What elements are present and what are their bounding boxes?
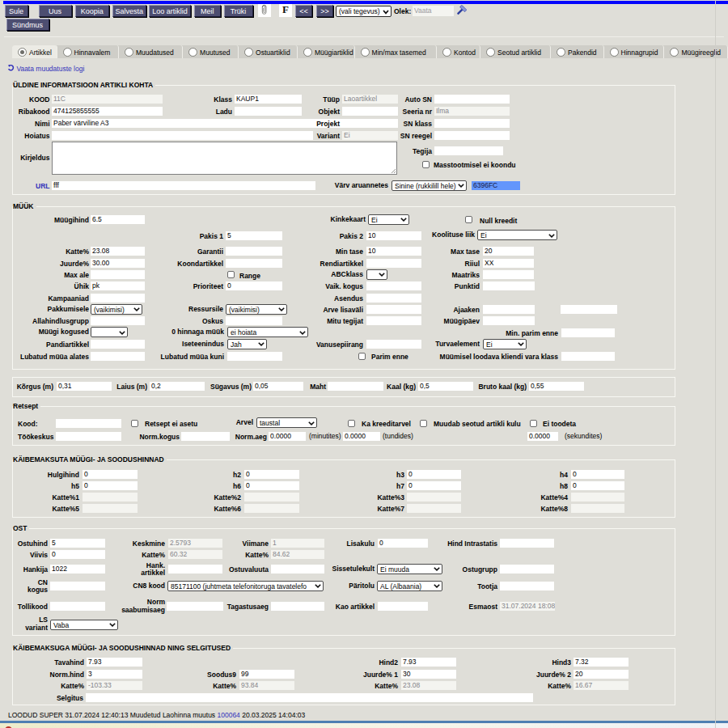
field-lubatud-myya-alates[interactable] [91,352,145,361]
tab-muutused[interactable]: Muutused [183,45,239,58]
field-h7[interactable]: 0 [407,481,461,490]
field-sygavus[interactable]: 0,05 [253,382,303,391]
select-arvel[interactable]: taustal [256,417,317,428]
field-norm-aeg-tundides[interactable]: 0.0000 [343,432,380,441]
field-url[interactable]: fff [52,181,315,190]
select-abcklass[interactable] [366,269,387,280]
select-cn8-kood[interactable]: 85171100 (juhtmeta telefonitoruga tavate… [167,581,324,591]
field-norm-aeg-sekundites[interactable]: 0.0000 [527,432,558,441]
field-klass[interactable]: KAUP1 [235,95,302,104]
radio-icon[interactable] [557,48,565,57]
field-myygipaev[interactable] [483,316,535,325]
action-select[interactable]: (vali tegevus) [336,6,392,17]
field-korgus[interactable]: 0,31 [57,382,112,391]
field-ajaaken[interactable] [483,305,535,314]
field-tagastusaeg[interactable] [271,602,324,611]
field-maht[interactable] [328,382,383,391]
field-tootja[interactable] [500,582,554,590]
field-vanusepiirang[interactable] [366,340,421,349]
field-soodus9[interactable]: 99 [239,670,294,679]
radio-icon[interactable] [244,48,253,57]
select-varv-aruannetes[interactable]: Sinine (rukkilill hele) [392,180,467,191]
select-pakkumisele[interactable]: (vaikimisi) [91,304,142,315]
prev-record-button[interactable]: << [295,5,312,17]
field-juurde1[interactable]: 30 [401,670,456,679]
field-auto-sn[interactable] [434,95,510,104]
field-rendiartikkel[interactable] [366,259,421,268]
field-punktid[interactable] [483,281,535,290]
select-null-hinnaga-myyk[interactable]: ei hoiata [227,327,308,337]
field-h3[interactable]: 0 [407,470,461,479]
price-change-link[interactable]: 100064 [217,711,239,719]
checkbox-range[interactable] [227,271,235,278]
select-myygi-kogused[interactable] [91,327,128,337]
field-arve-lisavali[interactable] [366,305,421,314]
field-laius[interactable]: 0,2 [150,382,205,391]
tab-seotud-artiklid[interactable]: Seotud artiklid [480,45,551,58]
field-hankija[interactable]: 1022 [50,565,105,574]
select-iseteenindus[interactable]: Jah [227,339,267,349]
tab-artikkel[interactable]: Artikkel [12,45,57,58]
field-mitu-tegijat[interactable] [366,316,421,325]
field-yhik[interactable]: pk [91,281,145,290]
field-maatriks[interactable] [483,270,534,279]
radio-icon[interactable] [63,48,72,57]
create-articles-button[interactable]: Loo artiklid [149,5,191,17]
field-hind3[interactable]: 7.32 [574,658,629,667]
field-norm-kogus[interactable] [181,432,230,441]
field-h4[interactable]: 0 [571,470,624,479]
field-max-tase[interactable]: 20 [483,247,534,256]
field-viivis[interactable]: 0 [50,550,105,559]
settings-hammer-button[interactable] [455,5,467,16]
field-kao-artikkel[interactable] [378,602,428,611]
radio-icon[interactable] [188,48,197,57]
field-katte-pct[interactable]: 23.08 [91,247,145,256]
field-allahindlusgrupp[interactable] [91,316,145,325]
field-prioriteet[interactable]: 0 [226,281,282,290]
field-cn-kogus[interactable] [50,582,105,590]
field-sn-klass[interactable] [434,119,510,128]
font-button[interactable]: F [279,4,292,17]
field-h5[interactable]: 0 [83,481,138,490]
field-ribakood[interactable]: 474125855555 [52,107,163,116]
field-lisakulu[interactable]: 0 [378,539,428,548]
field-hind-intrastatis[interactable] [500,539,554,548]
checkbox-ei-toodeta[interactable] [530,420,537,427]
field-vaik-kogus[interactable] [366,281,421,290]
copy-button[interactable]: Koopia [75,5,110,17]
field-lubatud-myya-kuni[interactable] [227,352,282,361]
tab-hinnagrupid[interactable]: Hinnagrupid [604,45,665,58]
print-button[interactable]: Trüki [224,5,253,17]
field-norm-aeg[interactable]: 0.0000 [269,432,306,441]
tab-müügireeglid[interactable]: Müügireeglid [664,45,727,58]
radio-icon[interactable] [303,48,312,57]
field-myymisel-vara-klass[interactable] [561,352,615,361]
field-ostuvaluuta[interactable] [271,565,324,574]
field-kaal[interactable]: 0,5 [418,382,473,391]
field-hoiatus[interactable] [52,131,313,140]
radio-icon[interactable] [610,48,619,57]
field-min-parim-enne[interactable] [561,328,615,337]
new-button[interactable]: Uus [39,5,72,17]
field-riiul[interactable]: XX [483,259,534,268]
field-hind2[interactable]: 7.93 [401,658,456,667]
tab-pakendid[interactable]: Pakendid [551,45,604,58]
radio-icon[interactable] [361,48,370,57]
tab-hinnavalem[interactable]: Hinnavalem [57,45,119,58]
checkbox-ka-kreeditarvel[interactable] [348,420,355,427]
field-h2[interactable]: 0 [244,470,299,479]
field-hank-artikkel[interactable] [168,565,222,574]
tab-kontod[interactable]: Kontod [437,45,480,58]
field-sn-reegel[interactable] [434,131,510,140]
field-objekt[interactable] [342,107,398,116]
select-sissetulekult[interactable]: Ei muuda [377,564,442,574]
field-juurde-pct[interactable]: 30.00 [91,259,145,268]
select-turvaelement[interactable]: Ei [483,339,527,349]
field-koondartikkel[interactable] [226,259,282,268]
checkbox-muudab-seotud-artikli-kulu[interactable] [420,420,427,427]
field-h6[interactable]: 0 [244,481,299,490]
select-kinkekaart[interactable]: Ei [368,214,409,225]
tab-müügiartiklid[interactable]: Müügiartiklid [298,45,355,58]
radio-icon[interactable] [125,48,133,57]
radio-selected-icon[interactable] [18,48,27,57]
